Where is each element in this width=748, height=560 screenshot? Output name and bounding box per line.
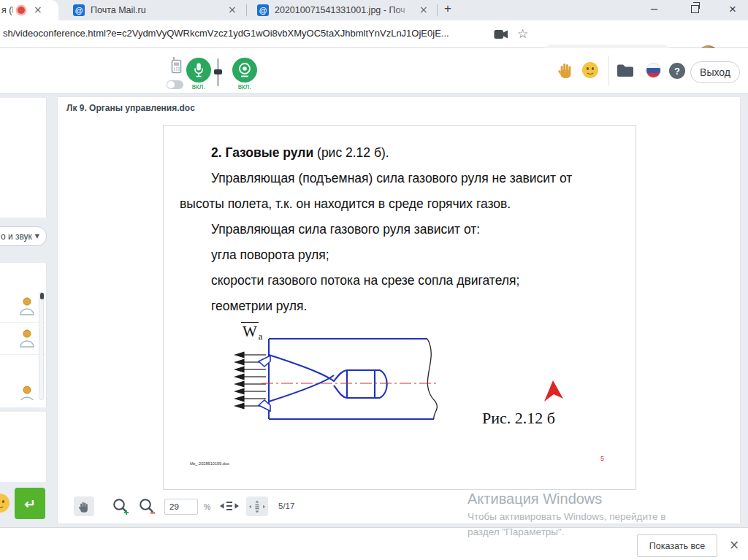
exit-button[interactable]: Выход bbox=[690, 61, 740, 83]
help-button[interactable]: ? bbox=[669, 63, 685, 79]
language-flag-icon[interactable] bbox=[646, 63, 661, 78]
video-sound-dropdown[interactable]: о и звук ▼ bbox=[0, 226, 47, 246]
microphone-icon bbox=[189, 61, 208, 79]
page-indicator: 5/17 bbox=[278, 502, 294, 510]
pan-tool-button[interactable] bbox=[74, 496, 94, 516]
webcam-icon bbox=[235, 61, 254, 79]
chat-emoji-button[interactable] bbox=[0, 494, 9, 513]
shelf-close-icon[interactable]: × bbox=[729, 537, 739, 552]
rocket-body-outline bbox=[259, 339, 434, 419]
document-line: Управляющая сила газового руля зависит о… bbox=[180, 217, 622, 242]
mailru-favicon: @ bbox=[73, 4, 85, 16]
dropdown-label: о и звук bbox=[1, 231, 32, 242]
tab-close-button[interactable]: × bbox=[228, 4, 237, 15]
tab-label: я (Гр bbox=[1, 5, 13, 15]
presenter-pointer-icon bbox=[543, 380, 564, 404]
emoji-reactions-icon[interactable] bbox=[582, 62, 598, 78]
sidebar-video-panel bbox=[0, 98, 47, 218]
zoom-percent-label: % bbox=[204, 502, 210, 511]
document-line: угла поворота руля; bbox=[180, 242, 622, 268]
window-minimize-button[interactable]: – bbox=[651, 2, 657, 15]
bookmark-star-icon[interactable]: ☆ bbox=[517, 26, 528, 41]
page-footer-filename: Мк_-2028510159.doc bbox=[190, 461, 229, 466]
window-restore-button[interactable] bbox=[691, 5, 699, 13]
chevron-down-icon: ▼ bbox=[35, 233, 39, 239]
fit-page-icon bbox=[249, 500, 265, 513]
microphone-button[interactable] bbox=[186, 58, 211, 83]
watermark-title: Активация Windows bbox=[468, 491, 665, 507]
phone-icon[interactable] bbox=[169, 56, 185, 75]
tab-separator bbox=[437, 4, 438, 16]
camera-button[interactable] bbox=[232, 58, 257, 83]
zoom-in-button[interactable] bbox=[112, 497, 130, 515]
chat-panel bbox=[0, 412, 47, 482]
browser-url-bar: sh/videoconference.html?e=c2VydmVyQWRkcm… bbox=[0, 20, 748, 48]
document-viewer: Лк 9. Органы управления.doc 2. Газовые р… bbox=[57, 96, 741, 524]
application-window: я (Гр × @ Почта Mail.ru × @ 202010071541… bbox=[0, 0, 748, 560]
watermark-line: раздел "Параметры". bbox=[468, 526, 665, 537]
participants-scrollbar[interactable] bbox=[39, 292, 44, 400]
document-line: Управляющая (подъемная) сила газового ру… bbox=[180, 166, 622, 191]
scrollbar-thumb[interactable] bbox=[40, 293, 44, 299]
tab-close-button[interactable]: × bbox=[34, 4, 42, 15]
document-page: 2. Газовые рули (рис 2.12 б). Управляюща… bbox=[163, 125, 636, 490]
tab-label-fade bbox=[393, 3, 415, 18]
toolbar-divider bbox=[608, 55, 609, 86]
participant-avatar-icon bbox=[19, 297, 35, 316]
windows-activation-watermark: Активация Windows Чтобы активировать Win… bbox=[468, 491, 665, 537]
url-address[interactable]: sh/videoconference.html?e=c2VydmVyQWRkcm… bbox=[3, 28, 488, 39]
participants-panel bbox=[0, 263, 47, 407]
show-all-downloads-button[interactable]: Показать все bbox=[637, 534, 717, 557]
participant-avatar-icon bbox=[19, 386, 35, 400]
chat-send-button[interactable]: ↵ bbox=[15, 488, 45, 519]
pan-hand-icon bbox=[78, 500, 90, 513]
break-line bbox=[427, 339, 437, 419]
volume-slider[interactable] bbox=[217, 58, 219, 86]
tab-mail[interactable]: @ Почта Mail.ru × bbox=[66, 0, 244, 20]
window-close-button[interactable]: × bbox=[729, 2, 736, 17]
new-tab-button[interactable]: + bbox=[444, 1, 451, 16]
document-line: геометрии руля. bbox=[180, 294, 622, 319]
camera-state-label: вкл. bbox=[230, 83, 259, 91]
recording-indicator-icon bbox=[18, 7, 25, 14]
tab-separator bbox=[246, 4, 247, 16]
fit-page-button[interactable] bbox=[246, 496, 268, 516]
tab-image[interactable]: @ 202010071541331001.jpg - Поч × bbox=[250, 0, 432, 20]
fit-width-button[interactable] bbox=[220, 499, 239, 513]
mailru-favicon: @ bbox=[257, 4, 269, 16]
raise-hand-icon[interactable] bbox=[557, 61, 574, 79]
browser-tab-strip: я (Гр × @ Почта Mail.ru × @ 202010071541… bbox=[0, 0, 748, 20]
phone-toggle[interactable] bbox=[167, 80, 183, 89]
tab-videoconference[interactable]: я (Гр × bbox=[0, 0, 58, 20]
document-line: скорости газового потока на срезе сопла … bbox=[180, 268, 622, 294]
document-line: высоты полета, т.к. он находится в среде… bbox=[180, 191, 622, 217]
tab-close-button[interactable]: × bbox=[419, 4, 428, 15]
watermark-line: Чтобы активировать Windows, перейдите в bbox=[468, 511, 665, 522]
document-title: Лк 9. Органы управления.doc bbox=[66, 103, 195, 113]
conference-toolbar: вкл. вкл. bbox=[0, 48, 748, 93]
page-number: 5 bbox=[600, 455, 604, 462]
microphone-state-label: вкл. bbox=[184, 83, 213, 91]
files-folder-icon[interactable] bbox=[616, 62, 635, 78]
document-heading: 2. Газовые рули (рис 2.12 б). bbox=[180, 140, 622, 166]
document-text: 2. Газовые рули (рис 2.12 б). Управляюща… bbox=[180, 140, 622, 319]
zoom-out-button[interactable] bbox=[138, 497, 156, 515]
figure-caption: Рис. 2.12 б bbox=[482, 409, 555, 428]
tab-camera-in-use-icon[interactable] bbox=[494, 29, 508, 39]
participant-avatar-icon bbox=[19, 329, 35, 348]
zoom-level-input[interactable] bbox=[164, 499, 198, 515]
tab-label: Почта Mail.ru bbox=[91, 5, 215, 15]
